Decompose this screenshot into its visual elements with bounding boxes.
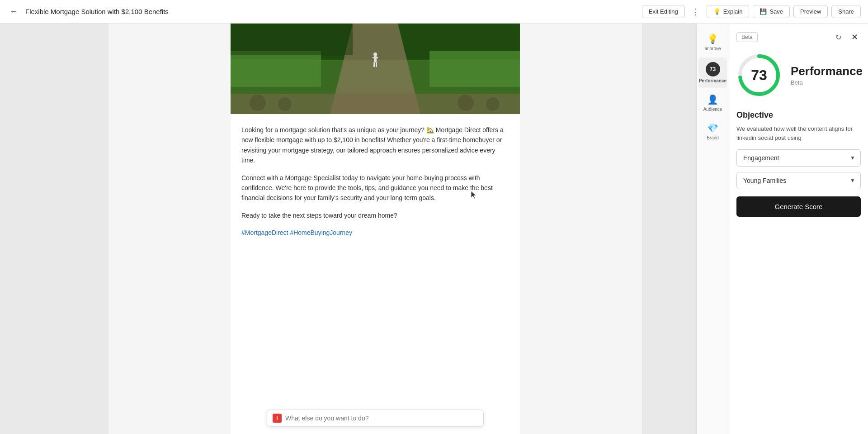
nav-item-improve[interactable]: 💡 Improve [698, 29, 727, 56]
post-text: Looking for a mortgage solution that's a… [231, 114, 520, 238]
post-paragraph-3: Ready to take the next steps toward your… [241, 210, 509, 220]
score-beta-sub: Beta [791, 79, 803, 86]
chat-bar: i [259, 402, 491, 434]
svg-rect-9 [373, 57, 378, 58]
svg-rect-5 [429, 51, 520, 87]
topbar-actions: Exit Editing ⋮ 💡 Explain 💾 Save Preview … [642, 5, 861, 19]
icon-nav: 💡 Improve 73 Performance 👤 Audience 💎 Br… [697, 24, 729, 434]
chat-icon: i [273, 414, 282, 423]
content-card: Looking for a mortgage solution that's a… [231, 24, 520, 434]
score-label: Performance [791, 64, 863, 78]
panel-top: Beta ↻ ✕ [736, 31, 861, 43]
post-hashtags: #MortgageDirect #HomeBuyingJourney [241, 228, 509, 238]
post-paragraph-1: Looking for a mortgage solution that's a… [241, 125, 509, 166]
beta-badge: Beta [736, 32, 758, 42]
brand-icon: 💎 [707, 123, 718, 134]
post-image [231, 24, 520, 114]
nav-label-improve: Improve [704, 46, 721, 51]
preview-button[interactable]: Preview [793, 5, 828, 18]
close-button[interactable]: ✕ [848, 31, 861, 43]
panel-content: Beta ↻ ✕ 73 Perform [729, 24, 868, 434]
post-image-svg [231, 24, 520, 114]
svg-rect-10 [373, 62, 375, 67]
refresh-button[interactable]: ↻ [832, 31, 844, 43]
audience-select[interactable]: Young Families First-time Buyers Investo… [736, 172, 861, 189]
svg-rect-6 [231, 24, 353, 55]
nav-item-audience[interactable]: 👤 Audience [698, 90, 727, 116]
svg-point-7 [373, 52, 377, 56]
score-info: Performance Beta [791, 64, 863, 86]
performance-badge: 73 [706, 62, 720, 76]
engagement-select[interactable]: Engagement Awareness Conversion [736, 149, 861, 167]
bulb-icon: 💡 [713, 8, 721, 15]
back-button[interactable]: ← [7, 5, 20, 18]
engagement-dropdown-wrap: Engagement Awareness Conversion ▼ [736, 149, 861, 167]
generate-score-button[interactable]: Generate Score [736, 196, 861, 217]
right-separator [642, 24, 696, 434]
nav-item-brand[interactable]: 💎 Brand [698, 118, 727, 145]
score-number: 73 [751, 67, 767, 84]
page-title: Flexible Mortgage Solution with $2,100 B… [25, 8, 637, 15]
nav-label-audience: Audience [703, 107, 722, 112]
objective-text: We evaluated how well the content aligns… [736, 124, 861, 142]
more-options-button[interactable]: ⋮ [689, 5, 703, 19]
nav-label-performance: Performance [699, 78, 726, 83]
post-paragraph-2: Connect with a Mortgage Specialist today… [241, 173, 509, 203]
topbar: ← Flexible Mortgage Solution with $2,100… [0, 0, 868, 24]
center-content: Looking for a mortgage solution that's a… [108, 24, 642, 434]
save-button[interactable]: 💾 Save [753, 5, 790, 18]
improve-icon: 💡 [707, 33, 718, 44]
nav-label-brand: Brand [707, 135, 719, 140]
svg-rect-16 [231, 94, 520, 114]
side-panel: 💡 Improve 73 Performance 👤 Audience 💎 Br… [696, 24, 868, 434]
exit-editing-button[interactable]: Exit Editing [642, 5, 685, 18]
score-circle: 73 [736, 52, 782, 98]
share-button[interactable]: Share [831, 5, 861, 18]
chat-input[interactable] [285, 415, 478, 422]
audience-dropdown-wrap: Young Families First-time Buyers Investo… [736, 172, 861, 189]
objective-title: Objective [736, 110, 861, 120]
svg-rect-4 [231, 51, 321, 87]
left-sidebar [0, 24, 108, 434]
chat-input-wrap: i [267, 410, 484, 427]
nav-item-performance[interactable]: 73 Performance [698, 57, 727, 88]
audience-icon: 👤 [707, 94, 718, 105]
score-section: 73 Performance Beta [736, 52, 861, 98]
save-icon: 💾 [760, 8, 767, 15]
svg-rect-11 [376, 62, 377, 67]
explain-button[interactable]: 💡 Explain [707, 5, 750, 18]
main-layout: Looking for a mortgage solution that's a… [0, 24, 868, 434]
